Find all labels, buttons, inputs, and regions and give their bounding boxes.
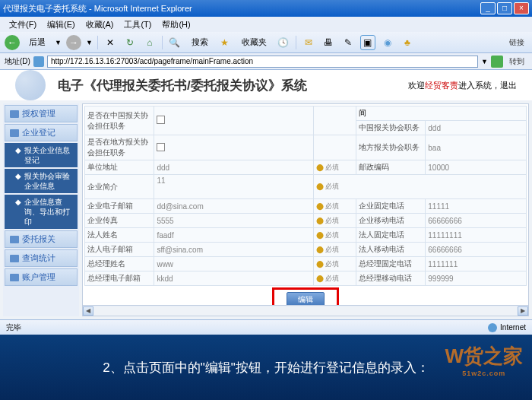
sidebar-sub-1[interactable]: ◆报关企业信息登记	[5, 143, 78, 167]
highlight-box: 编辑	[272, 287, 339, 305]
form-table: 是否在中国报关协会担任职务 间 中国报关协会职务 ddd 是否在地方报关协会担任…	[84, 106, 527, 286]
user-info: 欢迎经贸客责进入系统，退出	[408, 80, 517, 91]
tool-btn[interactable]: ♣	[400, 35, 415, 50]
field-label: 法人移动电话	[356, 243, 425, 257]
url-input[interactable]: http://172.16.13.16:27003/acd/pageframe/…	[47, 56, 478, 68]
sidebar-item-auth[interactable]: 授权管理	[5, 105, 78, 122]
menu-help[interactable]: 帮助(H)	[157, 17, 195, 32]
field-label: 地方报关协会职务	[356, 135, 425, 160]
status-zone: Internet	[488, 323, 526, 332]
back-label[interactable]: 后退	[24, 35, 50, 49]
required-label: ⬤必填	[313, 243, 356, 257]
field-value[interactable]: faadf	[154, 228, 313, 243]
field-value[interactable]: 11111111	[426, 228, 527, 243]
mail-button[interactable]: ✉	[301, 35, 316, 50]
print-button[interactable]: 🖶	[321, 35, 336, 50]
status-text: 完毕	[6, 322, 21, 333]
internet-icon	[488, 323, 497, 332]
dropdown-icon[interactable]: ▼	[55, 39, 62, 46]
checkbox-cell[interactable]	[154, 106, 313, 135]
horizontal-scrollbar[interactable]: ◀▶	[83, 305, 528, 316]
menu-tools[interactable]: 工具(T)	[119, 17, 156, 32]
search-icon[interactable]: 🔍	[167, 35, 182, 50]
field-label: 法人电子邮箱	[85, 243, 154, 257]
required-label: ⬤必填	[313, 271, 356, 286]
field-label: 企业电子邮箱	[85, 199, 154, 214]
field-value[interactable]: kkdd	[154, 271, 313, 286]
tool-btn[interactable]: ▣	[360, 35, 375, 50]
field-value[interactable]: 11	[154, 175, 313, 199]
field-label: 是否在中国报关协会担任职务	[85, 106, 154, 135]
main-panel: 是否在中国报关协会担任职务 间 中国报关协会职务 ddd 是否在地方报关协会担任…	[82, 103, 529, 316]
sidebar-item-entrust[interactable]: 委托报关	[5, 230, 78, 248]
back-button[interactable]: ←	[5, 35, 20, 50]
menu-file[interactable]: 文件(F)	[5, 17, 41, 32]
dropdown-icon[interactable]: ▼	[481, 58, 488, 65]
minimize-button[interactable]: _	[480, 2, 496, 14]
field-label: 企业简介	[85, 175, 154, 199]
maximize-button[interactable]: □	[497, 2, 512, 14]
links-label[interactable]: 链接	[506, 37, 527, 48]
logo-icon	[15, 70, 46, 100]
field-value[interactable]: ddd	[426, 121, 527, 135]
watermark: W货之家 51w2c.com	[445, 343, 523, 377]
field-value[interactable]: 999999	[426, 271, 527, 286]
sidebar-sub-3[interactable]: ◆企业信息查询、导出和打印	[5, 195, 78, 229]
goto-label[interactable]: 转到	[506, 56, 527, 67]
close-button[interactable]: ×	[514, 2, 529, 14]
field-value[interactable]: dd@sina.com	[154, 199, 313, 214]
sidebar-item-business[interactable]: 企业登记	[5, 124, 78, 141]
favorites-label[interactable]: 收藏夹	[237, 35, 271, 49]
field-label: 中国报关协会职务	[356, 121, 425, 135]
field-value[interactable]: baa	[426, 135, 527, 160]
menu-edit[interactable]: 编辑(E)	[43, 17, 80, 32]
field-value[interactable]: 10000	[426, 160, 527, 175]
field-label: 总经理固定电话	[356, 257, 425, 271]
home-button[interactable]: ⌂	[142, 35, 157, 50]
history-button[interactable]: 🕓	[276, 35, 291, 50]
required-label: ⬤必填	[313, 257, 356, 271]
sidebar-item-account[interactable]: 账户管理	[5, 268, 78, 286]
field-label: 法人姓名	[85, 228, 154, 243]
sidebar-sub-2[interactable]: ◆报关协会审验企业信息	[5, 169, 78, 193]
field-label: 单位地址	[85, 160, 154, 175]
field-label: 是否在地方报关协会担任职务	[85, 135, 154, 160]
dropdown-icon[interactable]: ▼	[86, 39, 93, 46]
field-value[interactable]: 1111111	[426, 257, 527, 271]
field-label: 间	[356, 106, 526, 121]
edit-button[interactable]: ✎	[340, 35, 356, 50]
tool-btn[interactable]: ◉	[380, 35, 395, 50]
field-label: 邮政编码	[356, 160, 425, 175]
menu-favorites[interactable]: 收藏(A)	[81, 17, 119, 32]
field-label: 法人固定电话	[356, 228, 425, 243]
checkbox-cell[interactable]	[154, 135, 313, 160]
field-value[interactable]: sff@sina.com	[154, 243, 313, 257]
field-value[interactable]: ddd	[154, 160, 313, 175]
required-label: ⬤必填	[313, 175, 526, 199]
search-label[interactable]: 搜索	[187, 35, 213, 49]
field-label: 企业固定电话	[356, 199, 425, 214]
field-value[interactable]: 66666666	[426, 243, 527, 257]
required-label: ⬤必填	[313, 160, 356, 175]
stop-button[interactable]: ✕	[103, 35, 118, 50]
sidebar: 授权管理 企业登记 ◆报关企业信息登记 ◆报关协会审验企业信息 ◆企业信息查询、…	[3, 103, 79, 316]
required-label: ⬤必填	[313, 199, 356, 214]
refresh-button[interactable]: ↻	[122, 35, 138, 50]
field-label: 总经理移动电话	[356, 271, 425, 286]
field-label: 企业传真	[85, 214, 154, 228]
field-value[interactable]: 11111	[426, 199, 527, 214]
field-label: 企业移动电话	[356, 214, 425, 228]
field-label: 总经理电子邮箱	[85, 271, 154, 286]
edit-button[interactable]: 编辑	[287, 292, 325, 305]
forward-button[interactable]: →	[66, 35, 81, 50]
field-value[interactable]: 66666666	[426, 214, 527, 228]
field-value[interactable]: 5555	[154, 214, 313, 228]
page-title: 电子《代理报关委托书/委托报关协议》系统	[58, 77, 396, 94]
address-label: 地址(D)	[5, 56, 30, 67]
required-label: ⬤必填	[313, 214, 356, 228]
required-label: ⬤必填	[313, 228, 356, 243]
sidebar-item-query[interactable]: 查询统计	[5, 249, 78, 267]
favorites-icon[interactable]: ★	[217, 35, 233, 50]
go-button[interactable]	[491, 56, 503, 68]
field-value[interactable]: www	[154, 257, 313, 271]
